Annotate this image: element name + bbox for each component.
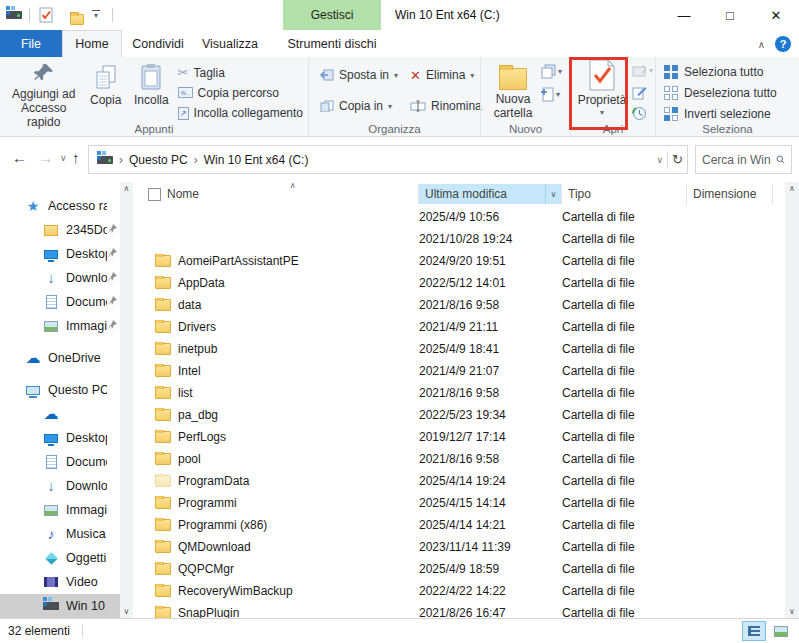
new-folder-button[interactable]: Nuova cartella <box>489 60 537 122</box>
sidebar-item[interactable]: Immagini <box>0 498 120 522</box>
scroll-down-icon[interactable]: ∨ <box>785 607 799 616</box>
file-row[interactable]: Drivers 2021/4/9 21:11 Cartella di file <box>133 316 785 338</box>
file-row[interactable]: RecoveryWimBackup 2022/4/22 14:22 Cartel… <box>133 580 785 602</box>
file-row[interactable]: QQPCMgr 2025/4/9 18:59 Cartella di file <box>133 558 785 580</box>
sidebar-item[interactable]: Download <box>0 474 120 498</box>
file-row[interactable]: pool 2021/8/16 9:58 Cartella di file <box>133 448 785 470</box>
tab-file[interactable]: File <box>0 30 62 57</box>
sidebar-item[interactable]: Win 10 Ent x6 <box>0 594 120 618</box>
sidebar-item[interactable]: Download <box>0 266 120 290</box>
back-button[interactable]: ← <box>12 149 27 166</box>
paste-shortcut-button[interactable]: ↗ Incolla collegamento <box>175 105 306 122</box>
sidebar-scrollbar[interactable]: ∧ ∨ <box>120 182 133 618</box>
copy-to-button[interactable]: Copia in▾ <box>317 96 401 116</box>
edit-button[interactable] <box>632 84 653 101</box>
open-button[interactable]: ▾ <box>632 62 653 79</box>
column-header-dimensione[interactable]: Dimensione <box>687 184 773 204</box>
file-row[interactable]: 2021/10/28 19:24 Cartella di file <box>133 228 785 250</box>
scroll-up-icon[interactable]: ∧ <box>120 184 133 193</box>
search-input[interactable] <box>702 153 772 167</box>
column-header-nome[interactable]: ∧ Nome <box>133 184 419 204</box>
scroll-down-icon[interactable]: ∨ <box>120 607 133 616</box>
tab-condividi[interactable]: Condividi <box>124 30 192 57</box>
new-item-button[interactable]: ▾ <box>541 62 562 80</box>
file-row[interactable]: pa_dbg 2022/5/23 19:34 Cartella di file <box>133 404 785 426</box>
breadcrumb-questo-pc[interactable]: Questo PC <box>129 153 188 167</box>
breadcrumb-current-drive[interactable]: Win 10 Ent x64 (C:) <box>204 153 309 167</box>
help-icon[interactable]: ? <box>775 36 791 52</box>
column-header-tipo[interactable]: Tipo <box>562 184 687 204</box>
filter-dropdown-icon[interactable]: ∨ <box>545 184 561 204</box>
file-row[interactable]: AppData 2022/5/12 14:01 Cartella di file <box>133 272 785 294</box>
file-row[interactable]: AomeiPartAssistantPE 2024/9/20 19:51 Car… <box>133 250 785 272</box>
sidebar-item[interactable]: Immagini <box>0 314 120 338</box>
forward-button[interactable]: → <box>38 149 53 166</box>
sidebar-item[interactable]: Musica <box>0 522 120 546</box>
file-name: RecoveryWimBackup <box>178 584 293 598</box>
sidebar-item[interactable]: Document <box>0 290 120 314</box>
scroll-up-icon[interactable]: ∧ <box>785 184 799 193</box>
paste-button[interactable]: Incolla <box>128 60 175 122</box>
contextual-tab-header[interactable]: Gestisci <box>283 0 381 30</box>
deselect-all-button[interactable]: Deseleziona tutto <box>664 85 797 100</box>
refresh-icon[interactable]: ↻ <box>672 152 683 167</box>
sidebar-item[interactable]: Desktop <box>0 426 120 450</box>
file-row[interactable]: SnapPlugin 2021/8/26 16:47 Cartella di f… <box>133 602 785 618</box>
address-bar[interactable]: › Questo PC › Win 10 Ent x64 (C:) ∨ ↻ <box>88 145 688 174</box>
rename-button[interactable]: Rinomina <box>407 96 485 116</box>
column-header-ultima-modifica[interactable]: Ultima modifica ∨ <box>419 184 562 204</box>
copy-path-button[interactable]: w.. Copia percorso <box>175 84 306 101</box>
qat-customize-button[interactable]: ▾ <box>87 6 105 24</box>
select-all-checkbox[interactable] <box>148 188 161 201</box>
tab-home[interactable]: Home <box>62 30 122 57</box>
file-row[interactable]: data 2021/8/16 9:58 Cartella di file <box>133 294 785 316</box>
file-row[interactable]: 2025/4/9 10:56 Cartella di file <box>133 206 785 228</box>
history-button[interactable] <box>632 105 653 122</box>
easy-access-button[interactable]: ▾ <box>541 85 562 103</box>
sidebar-item[interactable] <box>0 402 120 426</box>
sidebar-item[interactable]: OneDrive <box>0 346 120 370</box>
properties-button[interactable]: Proprietà ▾ <box>575 60 629 122</box>
sidebar-item[interactable]: 2345Down <box>0 218 120 242</box>
sidebar-item[interactable]: Desktop <box>0 242 120 266</box>
file-row[interactable]: PerfLogs 2019/12/7 17:14 Cartella di fil… <box>133 426 785 448</box>
copy-button[interactable]: Copia <box>83 60 128 122</box>
file-row[interactable]: inetpub 2025/4/9 18:41 Cartella di file <box>133 338 785 360</box>
list-scrollbar[interactable]: ∧ ∨ <box>785 182 799 618</box>
sidebar-item[interactable]: Oggetti 3D <box>0 546 120 570</box>
tab-visualizza[interactable]: Visualizza <box>194 30 266 57</box>
pin-icon <box>107 271 117 285</box>
close-button[interactable]: ✕ <box>753 0 799 30</box>
select-all-button[interactable]: Seleziona tutto <box>664 64 797 79</box>
sidebar-item[interactable]: Accesso rapido <box>0 194 120 218</box>
sidebar-item[interactable]: Video <box>0 570 120 594</box>
qat-new-folder-button[interactable] <box>62 6 80 24</box>
minimize-button[interactable]: — <box>661 0 707 30</box>
up-button[interactable]: ↑ <box>72 149 80 166</box>
file-type: Cartella di file <box>562 232 687 246</box>
details-view-button[interactable] <box>742 621 766 641</box>
recent-locations-icon[interactable]: ∨ <box>60 153 67 163</box>
address-dropdown-icon[interactable]: ∨ <box>657 155 664 165</box>
tab-strumenti-dischi[interactable]: Strumenti dischi <box>283 30 381 57</box>
cut-button[interactable]: ✂ Taglia <box>175 64 306 81</box>
delete-button[interactable]: ✕ Elimina▾ <box>407 65 485 85</box>
edit-pencil-icon <box>632 85 647 100</box>
collapse-ribbon-icon[interactable]: ∧ <box>758 39 765 50</box>
move-to-button[interactable]: Sposta in▾ <box>317 65 401 85</box>
sidebar-item[interactable]: Documenti <box>0 450 120 474</box>
file-row[interactable]: list 2021/8/16 9:58 Cartella di file <box>133 382 785 404</box>
sidebar-item[interactable]: Questo PC <box>0 378 120 402</box>
folder-icon <box>155 453 171 465</box>
search-icon[interactable] <box>776 153 785 166</box>
thumbnails-view-button[interactable] <box>769 621 793 641</box>
pin-to-quick-access-button[interactable]: Aggiungi ad Accesso rapido <box>4 60 83 122</box>
file-row[interactable]: ProgramData 2025/4/14 19:24 Cartella di … <box>133 470 785 492</box>
file-row[interactable]: Programmi 2025/4/15 14:14 Cartella di fi… <box>133 492 785 514</box>
file-row[interactable]: Intel 2021/4/9 21:07 Cartella di file <box>133 360 785 382</box>
file-row[interactable]: Programmi (x86) 2025/4/14 14:21 Cartella… <box>133 514 785 536</box>
qat-properties-button[interactable] <box>37 6 55 24</box>
invert-selection-button[interactable]: Inverti selezione <box>664 107 797 122</box>
maximize-button[interactable]: □ <box>707 0 753 30</box>
file-row[interactable]: QMDownload 2023/11/14 11:39 Cartella di … <box>133 536 785 558</box>
